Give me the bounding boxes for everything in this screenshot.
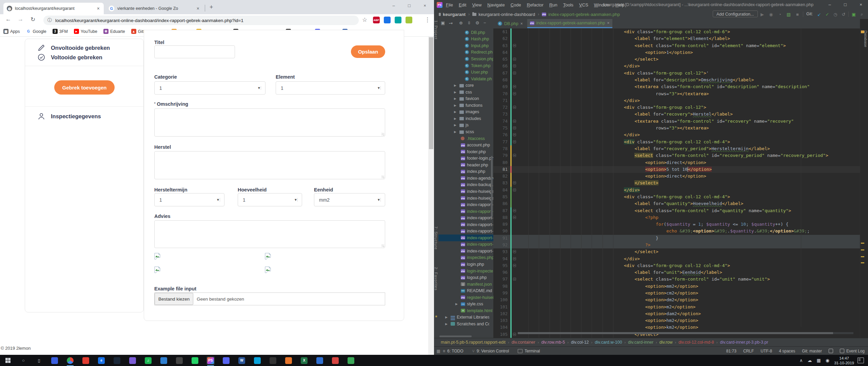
fold-icon[interactable] [513,44,516,47]
element-breadcrumb-item[interactable]: main.pt-5.pb-5.rapport.rapport-edit [441,340,506,345]
fold-icon[interactable] [513,64,516,67]
favorites-toolwindow-button[interactable]: 2: Favorites [434,267,438,290]
tree-item[interactable]: CSession.php [438,56,493,62]
file-input[interactable]: Bestand kiezen Geen bestand gekozen [154,292,385,305]
element-breadcrumb-item[interactable]: div.card.w-100 [595,340,622,345]
code-editor[interactable]: 6162636465666768697071727374757677787980… [493,28,860,338]
sidebar-item-onvoltooide-gebreken[interactable]: Onvoltooide gebreken [37,44,110,52]
fold-icon[interactable] [513,216,516,219]
editor-tab[interactable]: CDB.php× [495,19,526,28]
ide-minimize-button[interactable]: – [822,0,837,9]
version-control-toolwindow-button[interactable]: ⑂9: Version Control [472,349,509,353]
fold-icon[interactable] [513,133,516,136]
structure-toolwindow-button[interactable]: 7: Structure [434,226,438,250]
page-info-icon[interactable]: ⓘ [47,17,52,23]
taskbar-app-app-orange[interactable] [284,357,293,365]
expand-arrow-icon[interactable]: ▶ [445,322,448,326]
sidebar-item-inspectiegegevens[interactable]: Inspectiegegevens [37,112,101,120]
menu-code[interactable]: Code [511,2,521,7]
line-separator[interactable]: CRLF [743,349,754,353]
taskbar-app-app-blue[interactable] [51,357,59,365]
browser-maximize-button[interactable]: □ [404,2,414,9]
debug-icon[interactable]: ◉ [768,11,774,18]
collapse-all-icon[interactable]: ⇳ [467,20,471,25]
expand-arrow-icon[interactable]: ▶ [454,97,456,100]
git-update-icon[interactable]: ↙ [816,11,823,18]
hersteltermijn-select[interactable]: 1▼ [154,193,224,206]
indent-style[interactable]: 4 spaces [779,349,795,353]
error-stripe-mark[interactable] [861,249,864,250]
reload-icon[interactable]: ↻ [31,16,35,23]
tree-item[interactable]: CUser.php [438,69,493,76]
expand-arrow-icon[interactable]: ▶ [445,316,448,319]
bookmark-item[interactable]: ▸YouTube [74,29,97,34]
task-view-icon[interactable]: ▯ [35,357,43,365]
tree-item[interactable]: phpindex-rapport- [438,248,493,255]
tree-item[interactable]: CRedirect.ph [438,49,493,56]
tree-item[interactable]: phpindex-rapport- [438,228,493,235]
breadcrumb-item[interactable]: keurgarant-online-dashboard [478,12,535,17]
expand-arrow-icon[interactable]: ▶ [455,302,458,306]
element-breadcrumb-item[interactable]: div.card-inner [628,340,653,345]
back-icon[interactable]: ← [5,16,11,23]
hoeveelheid-select[interactable]: 1▼ [238,193,302,206]
rollback-icon[interactable]: ↺ [840,11,847,18]
run-anything-icon[interactable]: ▣ [850,11,857,18]
tree-item[interactable]: phpindex-huiseige [438,188,493,195]
fold-icon[interactable] [513,333,516,336]
fold-icon[interactable] [513,140,516,143]
taskbar-app-app-dark[interactable] [175,357,183,365]
titel-input[interactable] [154,45,235,58]
menu-file[interactable]: File [446,2,453,7]
taskbar-app-whatsapp[interactable] [191,357,199,365]
blue-extension-icon[interactable] [384,17,391,23]
star-icon[interactable]: ★ [435,314,438,318]
browser-close-button[interactable]: × [420,2,430,9]
menu-navigate[interactable]: Navigate [487,2,505,7]
tree-item[interactable]: ▶core [438,82,493,89]
tray-chevron-icon[interactable]: ∧☁▦◉ [797,358,832,363]
address-bar[interactable]: ⓘ localhost/keurgarant/keurgarant-online… [43,16,359,25]
taskbar-app-app-dark2[interactable] [269,357,277,365]
tree-item[interactable]: ▶includes [438,115,493,122]
tree-item[interactable]: phpaccount.php [438,142,493,148]
file-choose-button[interactable]: Bestand kiezen [155,293,193,305]
tree-item[interactable]: ▶images [438,109,493,116]
taskbar-app-app-purple[interactable] [129,357,137,365]
start-button[interactable] [4,357,12,365]
taskbar-app-app-edge[interactable]: e [97,357,105,365]
project-toolwindow-button[interactable]: 1: Project [434,20,438,39]
tree-item[interactable]: phpindex-huiseige [438,195,493,202]
fold-icon[interactable] [513,278,516,281]
fold-icon[interactable] [513,181,516,184]
tab-close-icon[interactable]: × [96,6,100,11]
tree-item[interactable]: phplogin.php [438,261,493,268]
element-breadcrumb-item[interactable]: div.row.mb-5 [541,340,565,345]
menu-refactor[interactable]: Refactor [527,2,544,7]
expand-arrow-icon[interactable]: ▶ [454,104,456,107]
expand-arrow-icon[interactable]: ▶ [454,117,456,120]
fold-icon[interactable] [513,264,516,267]
menu-run[interactable]: Run [549,2,557,7]
new-tab-button[interactable]: + [210,4,213,10]
close-icon[interactable]: × [607,21,610,25]
breadcrumb-item[interactable]: keurgarant [443,12,466,17]
taskbar-app-app-cyan[interactable] [253,357,261,365]
git-commit-icon[interactable]: ✓ [824,11,831,18]
tree-item[interactable]: ▶scss [438,128,493,135]
forward-icon[interactable]: → [18,16,23,23]
teal-extension-icon[interactable] [395,17,401,23]
tree-item[interactable]: phpindex-rapport- [438,235,493,241]
ide-maximize-button[interactable]: □ [837,0,853,9]
lock-icon[interactable] [829,349,833,353]
tree-item[interactable]: Htemplate.html [438,307,493,314]
tree-item[interactable]: CDB.php [438,29,493,36]
tray-cloud-icon[interactable]: ☁ [808,358,812,363]
browser-scrollbar[interactable] [428,37,434,355]
encoding[interactable]: UTF-8 [761,349,772,353]
tree-item[interactable]: phpregister-huisei [438,294,493,301]
error-stripe-mark[interactable] [861,256,864,257]
tree-item[interactable]: ▶favicon [438,96,493,102]
tree-item[interactable]: .htaccess [438,135,493,142]
search-icon[interactable]: ○ [19,357,27,365]
